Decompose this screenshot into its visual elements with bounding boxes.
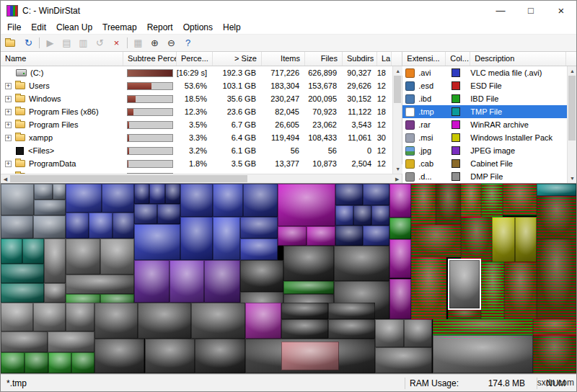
treemap-block[interactable] — [404, 319, 433, 348]
expander-icon[interactable]: + — [5, 122, 12, 128]
treemap-block[interactable] — [94, 339, 145, 373]
treemap-block[interactable] — [134, 224, 181, 259]
treemap-block[interactable] — [240, 260, 283, 292]
treemap-block[interactable] — [375, 319, 404, 348]
tree-column-header[interactable]: Name — [1, 52, 123, 66]
treemap-block[interactable] — [328, 319, 375, 339]
treemap-block[interactable] — [481, 262, 504, 319]
treemap-block[interactable] — [48, 352, 71, 373]
extension-row-jpg[interactable]: .jpgJPEG image — [402, 144, 576, 157]
treemap-block[interactable] — [66, 184, 102, 213]
tree-vertical-scrollbar[interactable]: ▲ ▼ — [392, 66, 402, 174]
ext-vscroll-track[interactable] — [568, 76, 576, 174]
help-icon[interactable]: ? — [180, 35, 196, 51]
treemap-block[interactable] — [533, 335, 576, 373]
treemap-block[interactable] — [1, 264, 44, 284]
zoom-out-icon[interactable]: ⊖ — [163, 35, 180, 51]
scroll-down-icon[interactable]: ▼ — [568, 174, 577, 183]
scroll-up-icon[interactable]: ▲ — [393, 66, 402, 76]
treemap-block[interactable] — [245, 303, 281, 338]
extension-row-ibd[interactable]: .ibdIBD File — [402, 92, 576, 105]
extension-row-tmp[interactable]: .tmpTMP File — [402, 105, 576, 118]
treemap-block[interactable] — [34, 200, 66, 215]
treemap-block[interactable] — [48, 331, 94, 353]
treemap-block[interactable] — [278, 184, 335, 226]
treemap-block[interactable] — [204, 260, 240, 303]
menu-file[interactable]: File — [2, 21, 26, 34]
tree-column-header[interactable]: Subtree Percent... — [123, 52, 177, 66]
tree-row-programfiles[interactable]: +Program Files3.5%6.7 GB26,60523,0623,54… — [1, 118, 402, 131]
treemap-block[interactable] — [481, 184, 503, 217]
treemap-block[interactable] — [281, 303, 328, 319]
expander-icon[interactable]: + — [5, 161, 12, 167]
treemap-block[interactable] — [213, 217, 240, 259]
treemap-block[interactable] — [134, 260, 170, 303]
zoom-in-icon[interactable]: ⊕ — [146, 35, 163, 51]
tree-column-header[interactable]: Items — [262, 52, 305, 66]
copy-icon[interactable]: ▤ — [58, 35, 75, 51]
treemap-block[interactable] — [436, 184, 461, 225]
treemap-block[interactable] — [1, 239, 22, 264]
tree-hscroll-track[interactable] — [10, 174, 392, 183]
treemap-block[interactable] — [180, 184, 213, 217]
scroll-down-icon[interactable]: ▼ — [393, 164, 402, 174]
extension-row-msi[interactable]: .msiWindows Installer Pack — [402, 131, 576, 144]
treemap-block[interactable] — [537, 196, 576, 239]
minimize-button[interactable]: — — [485, 1, 516, 20]
ext-vscroll-thumb[interactable] — [568, 76, 576, 141]
treemap-block[interactable] — [138, 303, 192, 338]
maximize-button[interactable]: □ — [516, 1, 546, 20]
extension-column-header[interactable]: Description — [470, 52, 566, 66]
treemap-block[interactable] — [283, 246, 334, 281]
treemap-block[interactable] — [389, 184, 411, 218]
treemap-block[interactable] — [240, 239, 278, 260]
expander-icon[interactable]: + — [5, 109, 12, 115]
treemap-block[interactable] — [375, 347, 433, 373]
expander-icon[interactable]: + — [5, 83, 12, 89]
tree-column-header[interactable]: Files — [305, 52, 343, 66]
treemap-block[interactable] — [492, 217, 515, 262]
treemap-block[interactable] — [461, 184, 481, 217]
tree-vscroll-track[interactable] — [393, 76, 402, 164]
treemap-block[interactable] — [1, 303, 33, 331]
tree-vscroll-thumb[interactable] — [394, 76, 401, 103]
menu-options[interactable]: Options — [178, 21, 218, 34]
treemap-block[interactable] — [34, 184, 53, 200]
menu-treemap[interactable]: Treemap — [97, 21, 142, 34]
treemap-block[interactable] — [44, 239, 66, 283]
tree-column-header[interactable]: > Size — [213, 52, 262, 66]
treemap-block[interactable] — [1, 352, 25, 373]
treemap-block[interactable] — [537, 239, 576, 319]
tree-horizontal-scrollbar[interactable]: ◀ ▶ — [1, 174, 402, 183]
treemap-block[interactable] — [169, 260, 204, 303]
extension-row-cab[interactable]: .cabCabinet File — [402, 157, 576, 170]
clean-up-icon[interactable]: ▥ — [75, 35, 92, 51]
treemap-block[interactable] — [411, 225, 462, 257]
delete-icon[interactable]: × — [108, 35, 125, 51]
tree-row-files[interactable]: <Files>3.2%6.1 GB5656012 — [1, 144, 402, 157]
treemap-block[interactable] — [243, 184, 278, 217]
treemap-block[interactable] — [389, 218, 411, 239]
expander-icon[interactable]: + — [5, 135, 12, 141]
treemap-block[interactable] — [328, 303, 375, 319]
treemap-block[interactable] — [66, 303, 94, 331]
treemap-block[interactable] — [100, 239, 134, 274]
treemap-block[interactable] — [134, 184, 150, 204]
treemap-block[interactable] — [371, 205, 389, 226]
treemap-block[interactable] — [213, 184, 243, 217]
treemap-block[interactable] — [33, 215, 66, 239]
treemap-block[interactable] — [94, 303, 138, 338]
treemap-block[interactable] — [149, 184, 165, 204]
treemap-block[interactable] — [504, 262, 537, 319]
menu-help[interactable]: Help — [218, 21, 246, 34]
treemap-block[interactable] — [335, 184, 363, 205]
treemap-block[interactable] — [448, 310, 481, 319]
treemap-block[interactable] — [515, 217, 537, 262]
tree-row-users[interactable]: +Users53.6%103.1 GB183,304153,67829,6261… — [1, 79, 402, 92]
extension-row-esd[interactable]: .esdESD File — [402, 79, 576, 92]
treemap-block[interactable] — [66, 239, 100, 274]
report-icon[interactable]: ▦ — [130, 35, 146, 51]
treemap-block[interactable] — [33, 303, 66, 331]
treemap-block[interactable] — [281, 319, 328, 339]
treemap-block[interactable] — [22, 239, 44, 264]
